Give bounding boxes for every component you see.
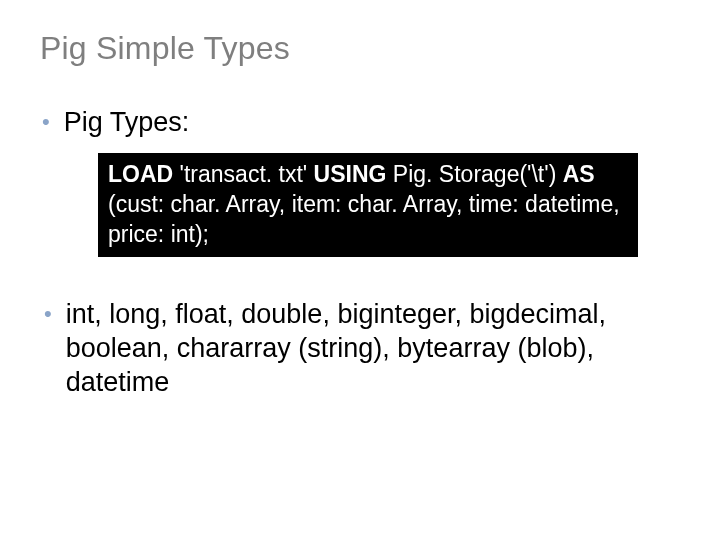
kw-using: USING <box>314 161 387 187</box>
bullet-item-2: • int, long, float, double, biginteger, … <box>42 297 680 399</box>
bullet-item-1: • Pig Types: <box>40 105 680 139</box>
slide: Pig Simple Types • Pig Types: LOAD 'tran… <box>0 0 720 540</box>
bullet-2-text: int, long, float, double, biginteger, bi… <box>66 297 666 399</box>
kw-load: LOAD <box>108 161 173 187</box>
code-line-3: price: int); <box>108 219 628 249</box>
slide-title: Pig Simple Types <box>40 30 680 67</box>
code-storage: Pig. Storage('\t') <box>386 161 562 187</box>
code-file: 'transact. txt' <box>173 161 313 187</box>
bullet-dot-icon: • <box>44 297 52 331</box>
code-line-2: (cust: char. Array, item: char. Array, t… <box>108 189 628 219</box>
code-line-1: LOAD 'transact. txt' USING Pig. Storage(… <box>108 159 628 189</box>
bullet-dot-icon: • <box>42 105 50 139</box>
kw-as: AS <box>563 161 595 187</box>
bullet-1-text: Pig Types: <box>64 105 190 139</box>
code-block: LOAD 'transact. txt' USING Pig. Storage(… <box>98 153 638 257</box>
